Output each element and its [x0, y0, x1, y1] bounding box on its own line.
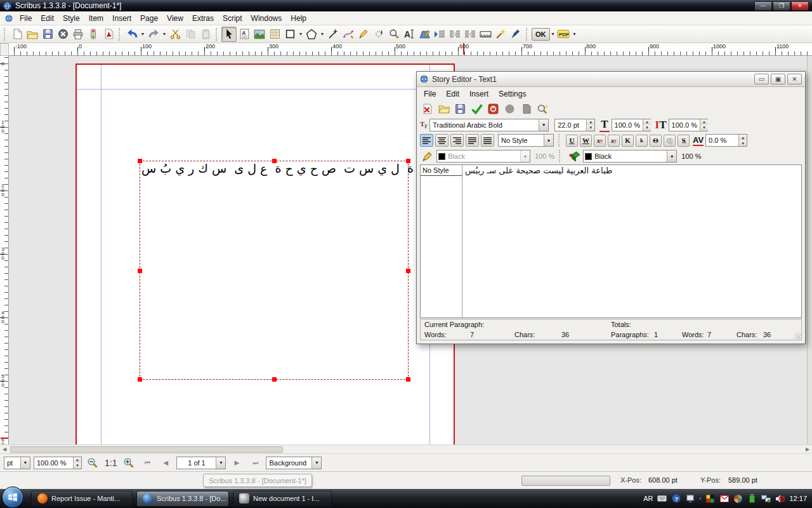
menu-item[interactable]: Item — [84, 12, 108, 25]
copy-icon[interactable] — [519, 102, 534, 116]
toolbar-handle[interactable] — [119, 28, 122, 41]
align-center-button[interactable] — [435, 134, 449, 147]
underline-button[interactable]: U — [566, 135, 578, 147]
resize-grip[interactable] — [794, 333, 801, 339]
menu-file[interactable]: File — [15, 12, 36, 25]
ruler-corner[interactable] — [0, 43, 9, 56]
taskbar-button-firefox[interactable]: Report Issue - Manti... — [31, 491, 133, 507]
gmail-tray-icon[interactable] — [719, 494, 729, 504]
chevron-down-icon[interactable]: ▼ — [311, 457, 321, 469]
toolbar-handle[interactable] — [526, 28, 529, 41]
horizontal-ruler[interactable]: -100 0 100 200 300 400 500 600 700 800 9… — [9, 43, 812, 56]
polygon-dropdown-icon[interactable]: ▼ — [319, 27, 325, 41]
spin-up-icon[interactable]: ▲ — [700, 119, 708, 125]
mdi-document-icon[interactable] — [5, 15, 13, 22]
frame-handle[interactable] — [406, 377, 410, 382]
copy-icon[interactable] — [183, 27, 198, 42]
small-caps-button[interactable]: k — [636, 135, 648, 147]
taskbar-button-inkscape[interactable]: New document 1 - I... — [233, 491, 332, 507]
se-text-editor[interactable]: طباعة العربية ليست صحيحة على سـ ريبُس — [462, 165, 801, 318]
scaling-height-spinner[interactable]: 100.0 %▲▼ — [669, 119, 708, 131]
unlink-text-frames-icon[interactable] — [447, 27, 462, 42]
help-tray-icon[interactable]: ? — [671, 494, 681, 504]
spin-up-icon[interactable]: ▲ — [74, 457, 81, 463]
link-text-frames-icon[interactable] — [432, 27, 447, 42]
network-tray-icon[interactable] — [761, 494, 771, 504]
battery-tray-icon[interactable] — [747, 494, 757, 504]
align-right-button[interactable] — [450, 134, 464, 147]
se-menu-settings[interactable]: Settings — [494, 88, 531, 100]
scroll-left-icon[interactable]: ◀ — [0, 446, 9, 453]
taskbar-button-scribus[interactable]: Scribus 1.3.3.8 - [Do... — [136, 491, 229, 507]
se-style-cell[interactable]: No Style — [421, 165, 462, 176]
frame-handle[interactable] — [138, 269, 142, 273]
next-page-icon[interactable]: ▶ — [229, 455, 244, 471]
edit-contents-icon[interactable]: A — [402, 27, 417, 42]
insert-bezier-icon[interactable] — [341, 27, 356, 42]
minimize-icon[interactable]: — — [754, 1, 772, 11]
scroll-right-icon[interactable]: ▶ — [803, 446, 812, 453]
insert-text-frame-icon[interactable]: A — [237, 27, 252, 42]
frame-handle[interactable] — [406, 269, 410, 273]
shape-dropdown-icon[interactable]: ▼ — [298, 27, 304, 41]
zoom-ratio-label[interactable]: 1:1 — [103, 458, 118, 468]
subscript-button[interactable]: xy — [594, 135, 606, 147]
pdf-tools-icon[interactable]: PDF — [556, 27, 572, 42]
outline-button[interactable]: Q — [664, 135, 676, 147]
align-force-justify-button[interactable] — [481, 134, 494, 147]
ok-preview-button[interactable]: OK — [532, 28, 550, 41]
rotate-item-icon[interactable] — [371, 27, 386, 42]
all-caps-button[interactable]: K — [622, 135, 634, 147]
stroke-color-combo[interactable]: Black▼ — [436, 150, 530, 163]
redo-dropdown-icon[interactable]: ▼ — [161, 27, 167, 41]
scaling-width-spinner[interactable]: 100.0 %▲▼ — [612, 119, 651, 131]
se-menu-insert[interactable]: Insert — [464, 88, 494, 100]
scrollbar-thumb[interactable] — [10, 446, 283, 453]
undo-dropdown-icon[interactable]: ▼ — [140, 27, 146, 41]
se-menu-file[interactable]: File — [419, 88, 441, 100]
start-button[interactable] — [2, 486, 23, 508]
open-document-icon[interactable] — [25, 27, 40, 42]
last-page-icon[interactable]: ⏭ — [247, 455, 263, 471]
horizontal-scrollbar[interactable]: ◀ ▶ — [0, 444, 812, 453]
zoom-tool-icon[interactable] — [386, 27, 402, 42]
chevron-down-icon[interactable]: ▼ — [216, 457, 225, 469]
zoom-level-spinner[interactable]: 100.00 %▲▼ — [34, 457, 82, 469]
copy-properties-icon[interactable] — [493, 27, 508, 42]
save-document-icon[interactable] — [40, 27, 55, 42]
vertical-ruler[interactable]: 0 100 200 300 400 500 600 — [0, 56, 9, 444]
insert-polygon-icon[interactable] — [304, 27, 319, 42]
close-document-icon[interactable] — [55, 27, 70, 42]
clear-text-icon[interactable] — [420, 102, 435, 116]
language-indicator[interactable]: AR — [643, 495, 653, 502]
font-size-spinner[interactable]: 22.0 pt▲▼ — [554, 119, 595, 131]
unit-combo[interactable]: pt▼ — [4, 457, 30, 469]
menu-script[interactable]: Script — [218, 12, 247, 25]
preflight-verifier-icon[interactable] — [86, 27, 101, 42]
first-page-icon[interactable]: ⏮ — [140, 455, 155, 471]
insert-shape-icon[interactable] — [282, 27, 298, 42]
menu-view[interactable]: View — [162, 12, 188, 25]
page-number-combo[interactable]: 1 of 1▼ — [176, 457, 226, 469]
spin-up-icon[interactable]: ▲ — [739, 135, 747, 140]
spin-down-icon[interactable]: ▼ — [587, 125, 594, 131]
chevron-down-icon[interactable]: ▼ — [544, 135, 553, 146]
insert-image-frame-icon[interactable] — [252, 27, 267, 42]
print-document-icon[interactable] — [70, 27, 86, 42]
zoom-in-icon[interactable] — [121, 455, 136, 471]
maximize-icon[interactable]: ❐ — [773, 1, 790, 11]
menu-style[interactable]: Style — [58, 12, 84, 25]
new-document-icon[interactable] — [10, 27, 25, 42]
toolbar-handle[interactable] — [559, 150, 562, 163]
redo-icon[interactable] — [146, 27, 161, 42]
frame-handle[interactable] — [138, 377, 142, 382]
underline-words-button[interactable]: W — [580, 135, 592, 147]
open-icon[interactable] — [436, 102, 451, 116]
edit-story-editor-icon[interactable] — [417, 27, 432, 42]
reload-text-icon[interactable] — [502, 102, 517, 116]
menu-edit[interactable]: Edit — [36, 12, 58, 25]
measurements-icon[interactable] — [478, 27, 493, 42]
spin-up-icon[interactable]: ▲ — [587, 119, 594, 125]
vertical-scrollbar[interactable] — [807, 56, 812, 444]
font-family-combo[interactable]: Traditional Arabic Bold▼ — [429, 119, 549, 131]
